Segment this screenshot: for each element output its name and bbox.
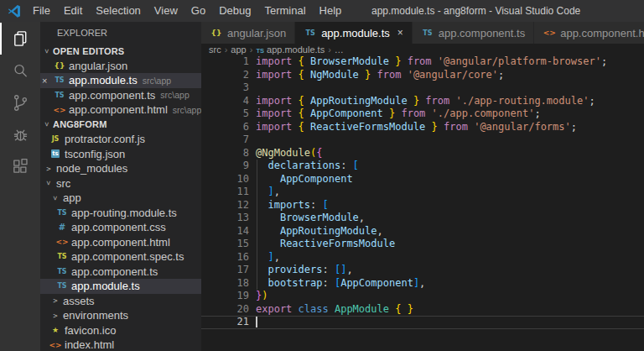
sidebar-folder-src[interactable]: >src [40,176,201,191]
tab-app-component-ts[interactable]: TSapp.component.ts [413,22,534,44]
chevron-down-icon[interactable]: > [43,119,51,129]
code-line-20[interactable]: 20export class AppModule { } [201,303,644,317]
sidebar-item-app-component-css[interactable]: #app.component.css [40,220,201,235]
sidebar-item-app-routing-module-ts[interactable]: TSapp-routing.module.ts [40,206,201,221]
sidebar-item-app-component-html[interactable]: <>app.component.html [40,235,201,250]
code-line-19[interactable]: 19}) [201,290,644,303]
code-line-18[interactable]: 18 bootstrap: [AppComponent], [201,277,644,291]
code-line-14[interactable]: 14 AppRoutingModule, [201,225,644,238]
breadcrumb-item-app[interactable]: app [231,45,246,55]
chevron-down-icon[interactable]: > [51,193,60,203]
code-token [256,238,280,251]
sidebar-item-app-component-ts[interactable]: TSapp.component.tssrc\app [40,88,201,103]
code-token: : [322,277,334,291]
code-token: AppComponent [340,277,413,291]
code-editor[interactable]: 1import { BrowserModule } from '@angular… [201,55,644,351]
chevron-right-icon[interactable]: > [50,296,60,305]
sidebar-item-app-component-spec-ts[interactable]: TSapp.component.spec.ts [40,249,201,265]
debug-icon[interactable] [0,118,40,150]
sidebar-item-index-html[interactable]: <>index.html [40,338,201,351]
sidebar-item-app-module-ts[interactable]: ×TSapp.module.tssrc\app [40,73,201,88]
code-token: ; [589,95,595,108]
menu-go[interactable]: Go [184,0,212,22]
code-token [256,160,267,173]
code-token: './app-routing.module' [455,95,589,108]
code-token [383,107,389,121]
menu-view[interactable]: View [148,0,184,22]
sidebar-item-app-component-html[interactable]: <>app.component.htmlsrc\app [40,102,201,118]
code-line-4[interactable]: 4import { AppRoutingModule } from './app… [201,95,644,108]
tab-app-module-ts[interactable]: TSapp.module.ts× [295,22,413,44]
item-path: src\app [160,90,189,100]
close-icon[interactable]: × [397,27,403,39]
menu-edit[interactable]: Edit [57,0,89,22]
chevron-right-icon[interactable]: > [50,312,60,320]
menu-file[interactable]: File [26,0,57,22]
code-token: AppRoutingModule [280,225,377,238]
line-number: 3 [201,81,256,95]
tab-angular-json[interactable]: {}angular.json [201,22,295,44]
code-line-10[interactable]: 10 AppComponent [201,173,644,186]
code-line-11[interactable]: 11 ], [201,186,644,199]
search-icon[interactable] [0,55,40,86]
code-line-2[interactable]: 2import { NgModule } from '@angular/core… [201,69,644,82]
code-line-17[interactable]: 17 providers: [], [201,264,644,277]
sidebar-item-app-component-ts[interactable]: TSapp.component.ts [40,265,201,280]
sidebar-folder-app[interactable]: >app [40,191,201,206]
close-icon[interactable]: × [42,76,53,86]
menu-terminal[interactable]: Terminal [257,0,312,22]
breadcrumb-item-src[interactable]: src [209,45,221,55]
code-line-7[interactable]: 7 [201,134,644,147]
code-token: declarations [267,160,340,173]
sidebar-item-angular-json[interactable]: {}angular.json [40,59,201,74]
line-number: 6 [201,121,256,134]
code-token: { } [395,303,413,317]
chevron-down-icon[interactable]: > [43,46,51,56]
code-token: [ [322,199,328,212]
editor-group: {}angular.jsonTSapp.module.ts×TSapp.comp… [201,22,644,351]
sidebar-folder-assets[interactable]: >assets [40,294,201,309]
explorer-icon[interactable] [0,23,40,55]
line-number: 12 [201,199,256,212]
code-line-6[interactable]: 6import { ReactiveFormsModule } from '@a… [201,121,644,134]
code-line-9[interactable]: 9 declarations: [ [201,160,644,173]
chevron-down-icon[interactable]: > [44,178,53,188]
tab-app-component-html[interactable]: <>app.component.html [534,22,644,44]
sidebar-section-ang8form[interactable]: >ANG8FORM [40,118,201,133]
code-line-12[interactable]: 12 imports: [ [201,199,644,212]
code-line-15[interactable]: 15 ReactiveFormsModule [201,238,644,251]
chevron-right-icon[interactable]: > [44,165,54,173]
tab-label: app.module.ts [321,27,390,39]
code-token: ; [571,121,577,134]
menu-help[interactable]: Help [313,0,349,22]
source-control-icon[interactable] [0,86,40,118]
js-icon: JS [49,135,62,143]
ts-icon: TS [55,209,69,217]
item-label: app [63,191,81,204]
sidebar-folder-node-modules[interactable]: >node_modules [40,161,201,176]
menu-debug[interactable]: Debug [212,0,257,22]
sidebar-item-app-module-ts[interactable]: TSapp.module.ts [40,279,201,294]
sidebar-item-favicon-ico[interactable]: ★favicon.ico [40,323,201,338]
sidebar-folder-environments[interactable]: >environments [40,308,201,323]
breadcrumb-item-[interactable]: … [335,45,344,55]
code-line-13[interactable]: 13 BrowserModule, [201,212,644,225]
code-line-5[interactable]: 5import { AppComponent } from './app.com… [201,107,644,121]
code-line-16[interactable]: 16 ], [201,251,644,265]
code-line-1[interactable]: 1import { BrowserModule } from '@angular… [201,55,644,69]
code-token [425,121,431,134]
code-token: from [438,121,474,134]
extensions-icon[interactable] [0,150,40,182]
code-token: ReactiveFormsModule [280,238,395,251]
sidebar-item-protractor-conf-js[interactable]: JSprotractor.conf.js [40,132,201,147]
code-token: providers [267,264,322,277]
sidebar-item-tsconfig-json[interactable]: tstsconfig.json [40,147,201,162]
ts-icon: TS [55,282,69,290]
code-line-3[interactable]: 3 [201,81,644,95]
menu-selection[interactable]: Selection [89,0,147,22]
ts-icon: TS [53,76,66,84]
breadcrumb-item-app-module-ts[interactable]: TS app.module.ts [256,45,325,55]
code-line-8[interactable]: 8@NgModule({ [201,147,644,160]
sidebar-section-open-editors[interactable]: >OPEN EDITORS [40,44,201,59]
code-line-21[interactable]: 21 [201,316,644,329]
